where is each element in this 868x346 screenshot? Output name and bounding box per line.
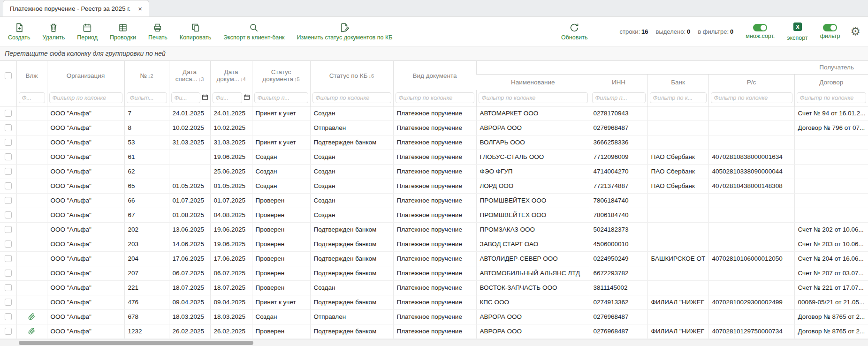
filter-attach-input[interactable]	[19, 92, 45, 103]
row-checkbox[interactable]	[5, 284, 12, 291]
filter-contract-input[interactable]	[797, 92, 867, 103]
row-select-cell[interactable]	[0, 251, 16, 266]
row-select-cell[interactable]	[0, 237, 16, 251]
filter-name-input[interactable]	[479, 92, 588, 103]
calendar-icon[interactable]	[202, 94, 208, 102]
print-button[interactable]: Печать	[142, 17, 174, 46]
refresh-button[interactable]: Обновить	[555, 17, 594, 46]
table-row[interactable]: ООО "Альфа"47609.04.202509.04.2025Принят…	[0, 295, 868, 309]
row-checkbox[interactable]	[5, 299, 12, 306]
row-checkbox[interactable]	[5, 313, 12, 320]
row-select-cell[interactable]	[0, 135, 16, 150]
header-doc-kind[interactable]: Вид документа	[393, 61, 476, 90]
row-select-cell[interactable]	[0, 309, 16, 324]
filter-inn-input[interactable]	[592, 92, 646, 103]
postings-button[interactable]: Проводки	[104, 17, 142, 46]
header-name[interactable]: Наименование	[476, 74, 590, 90]
calendar-icon[interactable]	[244, 94, 250, 102]
export-clientbank-button[interactable]: Экспорт в клиент-банк	[217, 17, 290, 46]
table-row[interactable]: ООО "Альфа"20213.06.202519.06.2025Провер…	[0, 222, 868, 237]
excel-export-button[interactable]: X экспорт	[787, 22, 807, 41]
filter-account-input[interactable]	[711, 92, 792, 103]
row-select-cell[interactable]	[0, 150, 16, 164]
cell-bank	[647, 280, 708, 295]
table-row[interactable]: ООО "Альфа"20417.06.202517.06.2025Провер…	[0, 251, 868, 266]
toggle-on-icon[interactable]	[753, 24, 767, 31]
header-inn[interactable]: ИНН	[590, 74, 647, 90]
filter-doc-kind-input[interactable]	[396, 92, 474, 103]
row-checkbox[interactable]	[5, 182, 12, 189]
row-checkbox[interactable]	[5, 226, 12, 233]
table-row[interactable]: ООО "Альфа"6119.06.2025СозданСозданПлате…	[0, 150, 868, 164]
horizontal-scrollbar-thumb[interactable]	[19, 341, 253, 345]
header-num[interactable]: №↓2	[124, 61, 169, 90]
row-select-cell[interactable]	[0, 120, 16, 135]
filter-org-input[interactable]	[49, 92, 122, 103]
settings-gear-icon[interactable]: ⚙	[850, 26, 860, 37]
header-status-kb[interactable]: Статус по КБ↓6	[310, 61, 393, 90]
header-status-doc[interactable]: Статус документа↑5	[252, 61, 310, 90]
period-button[interactable]: Период	[71, 17, 104, 46]
row-checkbox[interactable]	[5, 255, 12, 262]
header-date-doc[interactable]: Дата докум...↓4	[210, 61, 252, 90]
filter-num-input[interactable]	[127, 92, 167, 103]
row-select-cell[interactable]	[0, 208, 16, 222]
table-row[interactable]: ООО "Альфа"6225.06.2025СозданСозданПлате…	[0, 164, 868, 179]
tab-close-icon[interactable]: ×	[138, 5, 142, 12]
header-select[interactable]	[0, 61, 16, 90]
row-select-cell[interactable]	[0, 324, 16, 338]
filter-toggle[interactable]: фильтр	[820, 24, 840, 39]
row-checkbox[interactable]	[5, 241, 12, 248]
select-all-checkbox[interactable]	[5, 72, 12, 79]
table-row[interactable]: ООО "Альфа"67818.03.202518.03.2025Создан…	[0, 309, 868, 324]
row-select-cell[interactable]	[0, 280, 16, 295]
row-select-cell[interactable]	[0, 164, 16, 179]
header-account[interactable]: Р/с	[708, 74, 794, 90]
header-attach[interactable]: Влж	[16, 61, 47, 90]
toggle-on-icon[interactable]	[823, 24, 837, 31]
row-checkbox[interactable]	[5, 197, 12, 204]
row-checkbox[interactable]	[5, 110, 12, 117]
table-row[interactable]: ООО "Альфа"5331.03.202531.03.2025Принят …	[0, 135, 868, 150]
row-select-cell[interactable]	[0, 222, 16, 237]
copy-button[interactable]: Копировать	[174, 17, 217, 46]
table-row[interactable]: ООО "Альфа"20314.06.202519.06.2025Провер…	[0, 237, 868, 251]
filter-status-doc-input[interactable]	[254, 92, 308, 103]
change-kb-status-button[interactable]: Изменить статус документов по КБ	[291, 17, 399, 46]
horizontal-scrollbar[interactable]	[0, 339, 868, 346]
header-bank[interactable]: Банк	[647, 74, 708, 90]
row-select-cell[interactable]	[0, 266, 16, 280]
filter-bank-input[interactable]	[650, 92, 707, 103]
row-checkbox[interactable]	[5, 153, 12, 160]
delete-button[interactable]: Удалить	[37, 17, 71, 46]
table-row[interactable]: ООО "Альфа"6501.05.202501.05.2025СозданС…	[0, 179, 868, 193]
table-row[interactable]: ООО "Альфа"6701.08.202504.08.2025Провере…	[0, 208, 868, 222]
table-row[interactable]: ООО "Альфа"22118.07.202518.07.2025Провер…	[0, 280, 868, 295]
create-button[interactable]: Создать	[2, 17, 37, 46]
grouping-panel[interactable]: Перетащите сюда колонку для группировки …	[0, 46, 868, 61]
filter-date-write-input[interactable]	[171, 92, 200, 103]
filter-date-doc-input[interactable]	[213, 92, 242, 103]
row-select-cell[interactable]	[0, 106, 16, 120]
row-select-cell[interactable]	[0, 193, 16, 208]
table-row[interactable]: ООО "Альфа"123226.02.202526.02.2025Прове…	[0, 324, 868, 338]
row-checkbox[interactable]	[5, 270, 12, 277]
multisort-toggle[interactable]: множ.сорт.	[746, 24, 775, 39]
header-contract[interactable]: Договор	[794, 74, 868, 90]
row-checkbox[interactable]	[5, 124, 12, 131]
header-org[interactable]: Организация	[47, 61, 124, 90]
band-receiver[interactable]: Получатель	[476, 61, 868, 74]
row-checkbox[interactable]	[5, 328, 12, 335]
table-row[interactable]: ООО "Альфа"810.02.202510.02.2025Отправле…	[0, 120, 868, 135]
row-select-cell[interactable]	[0, 295, 16, 309]
table-row[interactable]: ООО "Альфа"6601.07.202501.07.2025Провере…	[0, 193, 868, 208]
filter-status-kb-input[interactable]	[312, 92, 391, 103]
row-checkbox[interactable]	[5, 139, 12, 146]
header-date-write[interactable]: Дата списа...↓3	[169, 61, 210, 90]
row-select-cell[interactable]	[0, 179, 16, 193]
row-checkbox[interactable]	[5, 168, 12, 175]
row-checkbox[interactable]	[5, 211, 12, 218]
table-row[interactable]: ООО "Альфа"724.01.202524.01.2025Принят к…	[0, 106, 868, 120]
tab-payment-register[interactable]: Платежное поручение - Реестр за 2025 г. …	[3, 0, 149, 16]
table-row[interactable]: ООО "Альфа"20706.07.202506.07.2025Провер…	[0, 266, 868, 280]
